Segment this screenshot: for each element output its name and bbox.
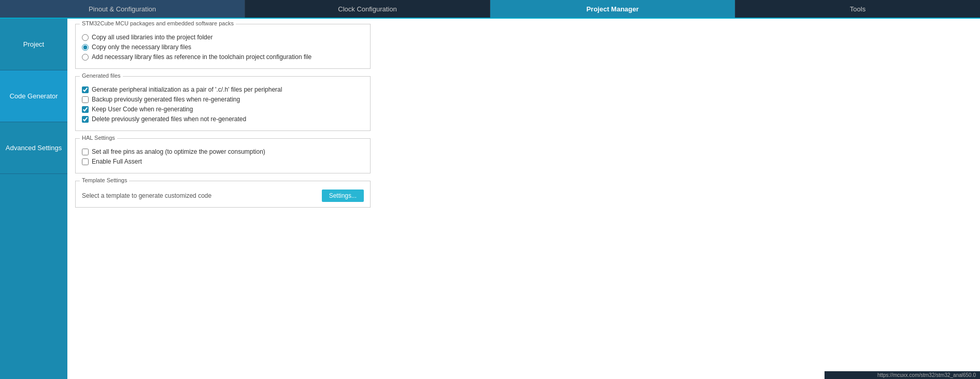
mcu-packages-options: Copy all used libraries into the project…	[82, 34, 364, 61]
radio-copy-necessary-input[interactable]	[82, 44, 89, 51]
checkbox-gen2[interactable]: Backup previously generated files when r…	[82, 96, 364, 103]
template-settings-title: Template Settings	[80, 177, 129, 183]
radio-copy-all-input[interactable]	[82, 34, 89, 41]
checkbox-hal1[interactable]: Set all free pins as analog (to optimize…	[82, 148, 364, 155]
checkbox-gen2-input[interactable]	[82, 96, 89, 103]
status-bar: https://mcuxx.com/stm32/stm32_anal650.0	[825, 371, 980, 379]
tab-clock[interactable]: Clock Configuration	[245, 0, 490, 18]
mcu-packages-section: STM32Cube MCU packages and embedded soft…	[75, 24, 371, 69]
tab-pinout[interactable]: Pinout & Configuration	[0, 0, 245, 18]
generated-files-title: Generated files	[80, 72, 123, 79]
template-placeholder-text: Select a template to generate customized…	[82, 192, 211, 199]
sidebar-item-code-generator[interactable]: Code Generator	[0, 70, 67, 122]
checkbox-gen3-input[interactable]	[82, 106, 89, 113]
tab-project-manager[interactable]: Project Manager	[490, 0, 735, 18]
status-bar-text: https://mcuxx.com/stm32/stm32_anal650.0	[877, 372, 976, 378]
generated-files-options: Generate peripheral initialization as a …	[82, 86, 364, 123]
checkbox-gen3[interactable]: Keep User Code when re-generating	[82, 106, 364, 113]
checkbox-gen1[interactable]: Generate peripheral initialization as a …	[82, 86, 364, 93]
radio-add-reference-input[interactable]	[82, 54, 89, 61]
tab-tools[interactable]: Tools	[735, 0, 980, 18]
hal-settings-section: HAL Settings Set all free pins as analog…	[75, 138, 371, 173]
content-area: STM32Cube MCU packages and embedded soft…	[67, 19, 980, 379]
generated-files-section: Generated files Generate peripheral init…	[75, 76, 371, 131]
template-settings-section: Template Settings Select a template to g…	[75, 181, 371, 208]
checkbox-hal2-input[interactable]	[82, 158, 89, 165]
radio-copy-all[interactable]: Copy all used libraries into the project…	[82, 34, 364, 41]
checkbox-gen4[interactable]: Delete previously generated files when n…	[82, 115, 364, 123]
sidebar-item-project[interactable]: Project	[0, 19, 67, 70]
hal-settings-options: Set all free pins as analog (to optimize…	[82, 148, 364, 165]
sidebar: Project Code Generator Advanced Settings	[0, 19, 67, 379]
checkbox-hal2[interactable]: Enable Full Assert	[82, 158, 364, 165]
main-layout: Project Code Generator Advanced Settings…	[0, 19, 980, 379]
hal-settings-title: HAL Settings	[80, 135, 117, 141]
mcu-packages-title: STM32Cube MCU packages and embedded soft…	[80, 20, 236, 26]
sidebar-item-advanced-settings[interactable]: Advanced Settings	[0, 122, 67, 174]
top-nav: Pinout & Configuration Clock Configurati…	[0, 0, 980, 19]
settings-button[interactable]: Settings...	[322, 190, 364, 202]
checkbox-gen1-input[interactable]	[82, 86, 89, 93]
radio-copy-necessary[interactable]: Copy only the necessary library files	[82, 43, 364, 51]
template-row: Select a template to generate customized…	[82, 190, 364, 202]
checkbox-hal1-input[interactable]	[82, 149, 89, 155]
radio-add-reference[interactable]: Add necessary library files as reference…	[82, 53, 364, 61]
checkbox-gen4-input[interactable]	[82, 116, 89, 123]
